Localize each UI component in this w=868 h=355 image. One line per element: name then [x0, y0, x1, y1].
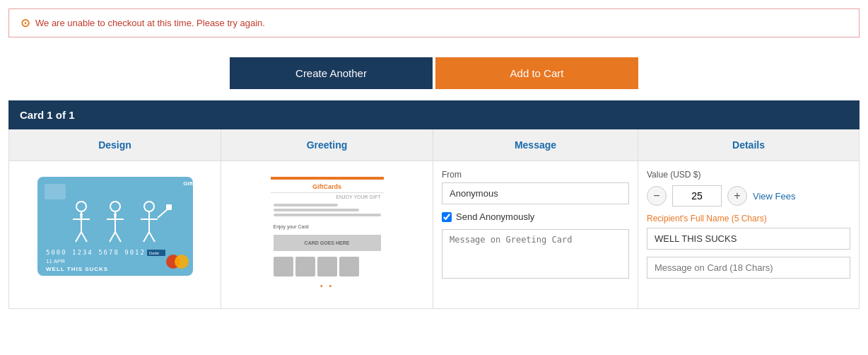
error-banner: ⊙ We are unable to checkout at this time…	[8, 8, 860, 37]
greeting-thumb-1	[274, 257, 293, 277]
value-row: − + View Fees	[647, 185, 850, 206]
view-fees-link[interactable]: View Fees	[753, 191, 795, 202]
design-column-header: Design	[9, 129, 221, 161]
send-anonymously-label: Send Anonymously	[456, 211, 534, 222]
message-on-card-input[interactable]	[647, 257, 850, 279]
from-input[interactable]	[442, 182, 629, 204]
greeting-thumb-4	[339, 257, 359, 277]
greeting-enjoy-text: Enjoy your Card	[271, 221, 384, 232]
recipient-label: Recipient's Full Name (5 Chars)	[647, 214, 850, 223]
greeting-preview: GiftCards ENJOY YOUR GIFT Enjoy your Car…	[271, 177, 384, 293]
greeting-line-1	[274, 204, 338, 206]
svg-rect-21	[166, 204, 172, 210]
design-column-body: Gift	[9, 161, 221, 291]
decrement-value-button[interactable]: −	[647, 186, 667, 206]
from-label: From	[442, 170, 629, 180]
details-column-header: Details	[638, 129, 859, 161]
recipient-input[interactable]	[647, 228, 850, 250]
greeting-line-3	[274, 214, 381, 216]
card-header: Card 1 of 1	[8, 100, 860, 129]
send-anonymously-checkbox[interactable]	[442, 212, 452, 222]
message-column-header: Message	[433, 129, 638, 161]
greeting-lines	[271, 201, 384, 221]
svg-text:11 APR: 11 APR	[46, 258, 65, 264]
value-input[interactable]	[672, 185, 722, 206]
message-column: Message From Send Anonymously	[433, 129, 638, 308]
greeting-column: Greeting GiftCards ENJOY YOUR GIFT Enjoy…	[221, 129, 433, 308]
greeting-image-row	[271, 254, 384, 279]
value-label: Value (USD $)	[647, 170, 850, 180]
error-icon: ⊙	[20, 16, 30, 30]
add-to-cart-button[interactable]: Add to Cart	[435, 57, 638, 89]
greeting-thumb-3	[317, 257, 337, 277]
action-buttons-row: Create Another Add to Cart	[0, 46, 868, 100]
greeting-card-placeholder: CARD GOES HERE	[274, 235, 381, 251]
design-column: Design Gift	[9, 129, 221, 308]
greeting-column-body: GiftCards ENJOY YOUR GIFT Enjoy your Car…	[221, 161, 433, 308]
details-section-body: Value (USD $) − + View Fees Recipient's …	[638, 161, 859, 287]
greeting-logo: GiftCards	[271, 181, 384, 193]
svg-text:Debit: Debit	[149, 251, 159, 255]
from-field-group: From	[442, 170, 629, 204]
greeting-dots: • •	[271, 279, 384, 293]
greeting-top-bar	[271, 177, 384, 180]
svg-point-28	[175, 255, 189, 269]
svg-text:Gift: Gift	[183, 180, 193, 187]
greeting-thumb-2	[295, 257, 315, 277]
greeting-column-header: Greeting	[221, 129, 433, 161]
send-anonymously-row: Send Anonymously	[442, 211, 629, 222]
svg-text:WELL THIS SUCKS: WELL THIS SUCKS	[46, 266, 108, 272]
details-column: Details Value (USD $) − + View Fees Reci…	[638, 129, 859, 308]
message-column-body: From Send Anonymously	[433, 161, 638, 289]
create-another-button[interactable]: Create Another	[230, 57, 433, 89]
svg-rect-1	[45, 184, 66, 199]
design-card-image: Gift	[37, 177, 193, 276]
greeting-subtext: ENJOY YOUR GIFT	[271, 193, 384, 201]
error-message: We are unable to checkout at this time. …	[35, 18, 265, 28]
svg-text:5000 1234 5678 9012: 5000 1234 5678 9012	[46, 249, 146, 256]
greeting-line-2	[274, 209, 360, 211]
card-columns: Design Gift	[8, 129, 860, 309]
message-textarea[interactable]	[442, 229, 629, 279]
increment-value-button[interactable]: +	[727, 186, 747, 206]
